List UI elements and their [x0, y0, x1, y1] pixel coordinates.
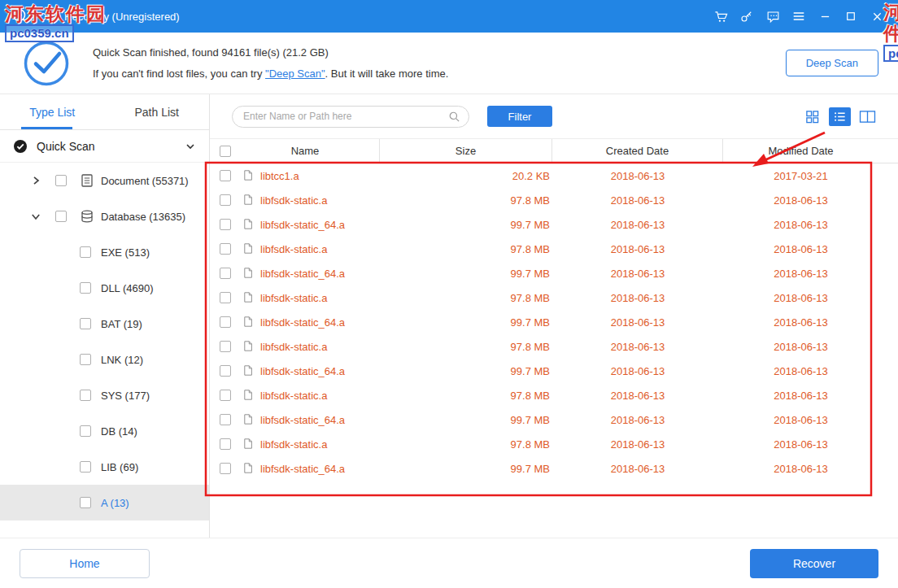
maximize-icon	[846, 11, 856, 21]
tree-item-document-55371[interactable]: Document (55371)	[0, 163, 209, 198]
hint-suffix: . But it will take more time.	[325, 68, 449, 80]
filter-button[interactable]: Filter	[487, 106, 552, 127]
tree-item-label: Document (55371)	[101, 175, 189, 187]
file-created: 2018-06-13	[552, 285, 723, 310]
tree-checkbox[interactable]	[80, 390, 91, 401]
tree-item-label: A (13)	[101, 497, 129, 509]
select-all-checkbox[interactable]	[220, 146, 231, 157]
file-row[interactable]: libfsdk-static_64.a 99.7 MB 2018-06-13 2…	[210, 407, 898, 432]
row-checkbox[interactable]	[220, 414, 231, 425]
tree-checkbox[interactable]	[55, 175, 67, 186]
row-checkbox[interactable]	[220, 243, 231, 255]
row-checkbox[interactable]	[220, 463, 231, 474]
header-size[interactable]: Size	[380, 139, 552, 163]
row-checkbox[interactable]	[220, 390, 231, 401]
file-row[interactable]: libfsdk-static.a 97.8 MB 2018-06-13 2018…	[210, 285, 898, 310]
tree-checkbox[interactable]	[80, 354, 91, 365]
detail-view-button[interactable]	[857, 107, 878, 126]
file-created: 2018-06-13	[552, 334, 723, 359]
tree-checkbox[interactable]	[55, 211, 67, 222]
file-size: 97.8 MB	[380, 432, 552, 456]
tree-checkbox[interactable]	[80, 497, 91, 508]
deep-scan-button[interactable]: Deep Scan	[786, 50, 878, 76]
file-created: 2018-06-13	[552, 407, 723, 432]
file-row[interactable]: libfsdk-static_64.a 99.7 MB 2018-06-13 2…	[210, 456, 898, 481]
close-button[interactable]	[864, 4, 890, 28]
file-icon	[242, 316, 255, 329]
header-created-date[interactable]: Created Date	[552, 139, 723, 163]
key-icon	[739, 9, 754, 24]
tree-item-db-14[interactable]: DB (14)	[0, 413, 209, 449]
file-modified: 2018-06-13	[723, 261, 878, 285]
file-row[interactable]: libfsdk-static.a 97.8 MB 2018-06-13 2018…	[210, 432, 898, 456]
register-button[interactable]	[734, 4, 760, 28]
tree-checkbox[interactable]	[80, 425, 91, 437]
row-checkbox[interactable]	[220, 219, 231, 230]
file-icon	[242, 462, 255, 475]
expanded-expander-icon[interactable]	[29, 210, 42, 223]
tree-item-label: LNK (12)	[101, 354, 143, 366]
scan-mode-selector[interactable]: Quick Scan	[0, 130, 209, 163]
file-row[interactable]: libfsdk-static_64.a 99.7 MB 2018-06-13 2…	[210, 261, 898, 285]
file-row[interactable]: libfsdk-static_64.a 99.7 MB 2018-06-13 2…	[210, 359, 898, 383]
tree-checkbox[interactable]	[80, 282, 91, 294]
file-row[interactable]: libfsdk-static.a 97.8 MB 2018-06-13 2018…	[210, 383, 898, 407]
file-size: 97.8 MB	[380, 285, 552, 310]
database-icon	[80, 209, 94, 224]
menu-button[interactable]	[786, 4, 812, 28]
scan-check-icon	[13, 139, 28, 154]
file-icon	[242, 194, 255, 207]
list-view-button[interactable]	[829, 107, 851, 126]
row-checkbox[interactable]	[220, 194, 231, 206]
file-modified: 2018-06-13	[723, 432, 878, 456]
feedback-button[interactable]	[760, 4, 786, 28]
tree-item-label: LIB (69)	[101, 461, 138, 473]
row-checkbox[interactable]	[220, 268, 231, 279]
tab-type-list[interactable]: Type List	[0, 94, 105, 129]
store-button[interactable]	[708, 4, 734, 28]
tree-item-a-13[interactable]: A (13)	[0, 485, 209, 520]
file-row[interactable]: libfsdk-static.a 97.8 MB 2018-06-13 2018…	[210, 188, 898, 212]
window-title: Data Recovery (Unregistered)	[39, 11, 180, 23]
file-row[interactable]: libfsdk-static_64.a 99.7 MB 2018-06-13 2…	[210, 310, 898, 334]
tree-item-database-13635[interactable]: Database (13635)	[0, 198, 209, 234]
deep-scan-link[interactable]: "Deep Scan"	[265, 68, 325, 80]
file-modified: 2018-06-13	[723, 237, 878, 261]
tree-item-dll-4690[interactable]: DLL (4690)	[0, 270, 209, 306]
tree-item-lnk-12[interactable]: LNK (12)	[0, 342, 209, 377]
file-row[interactable]: libfsdk-static_64.a 99.7 MB 2018-06-13 2…	[210, 212, 898, 237]
tree-checkbox[interactable]	[80, 318, 91, 329]
row-checkbox[interactable]	[220, 341, 231, 352]
row-checkbox[interactable]	[220, 170, 231, 181]
file-size: 99.7 MB	[380, 261, 552, 285]
tree-checkbox[interactable]	[80, 461, 91, 473]
row-checkbox[interactable]	[220, 292, 231, 303]
grid-view-button[interactable]	[801, 107, 823, 126]
cart-icon	[713, 9, 729, 24]
tree-item-lib-69[interactable]: LIB (69)	[0, 449, 209, 485]
header-modified-date[interactable]: Modified Date	[723, 139, 878, 163]
header-name[interactable]: Name	[231, 139, 380, 163]
row-checkbox[interactable]	[220, 365, 231, 377]
recover-button[interactable]: Recover	[750, 549, 878, 578]
collapsed-expander-icon[interactable]	[29, 174, 42, 187]
file-icon	[242, 413, 255, 426]
chevron-down-icon[interactable]	[185, 141, 196, 152]
maximize-button[interactable]	[838, 4, 864, 28]
minimize-button[interactable]	[812, 4, 838, 28]
tree-item-sys-177[interactable]: SYS (177)	[0, 377, 209, 413]
file-icon	[242, 291, 255, 304]
tree-item-bat-19[interactable]: BAT (19)	[0, 306, 209, 342]
file-row[interactable]: libfsdk-static.a 97.8 MB 2018-06-13 2018…	[210, 334, 898, 359]
file-name: libfsdk-static_64.a	[260, 463, 345, 475]
tree-item-exe-513[interactable]: EXE (513)	[0, 234, 209, 270]
home-button[interactable]: Home	[20, 549, 150, 578]
file-row[interactable]: libtcc1.a 20.2 KB 2018-06-13 2017-03-21	[210, 163, 898, 188]
tree-item-label: Database (13635)	[101, 211, 185, 223]
search-input[interactable]	[243, 111, 448, 122]
tree-checkbox[interactable]	[80, 246, 91, 258]
row-checkbox[interactable]	[220, 438, 231, 450]
file-row[interactable]: libfsdk-static.a 97.8 MB 2018-06-13 2018…	[210, 237, 898, 261]
tab-path-list[interactable]: Path List	[105, 94, 210, 129]
row-checkbox[interactable]	[220, 316, 231, 328]
